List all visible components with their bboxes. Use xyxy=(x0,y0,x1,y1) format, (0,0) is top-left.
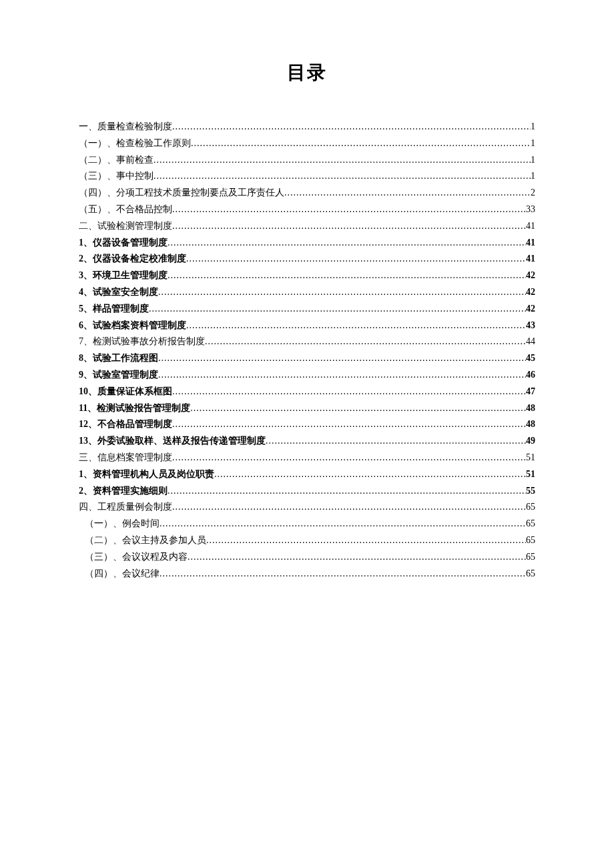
toc-entry-dots xyxy=(186,318,526,334)
toc-entry: 一、质量检查检验制度1 xyxy=(79,119,535,135)
toc-entry: 4、试验室安全制度42 xyxy=(79,284,535,301)
toc-entry: 9、试验室管理制度46 xyxy=(79,367,535,384)
toc-entry-label: 1、资料管理机构人员及岗位职责 xyxy=(79,466,214,483)
toc-entry-label: （四）、分项工程技术质量控制要点及工序责任人 xyxy=(79,185,284,201)
toc-entry-label: 5、样品管理制度 xyxy=(79,301,149,318)
toc-entry-page: 48 xyxy=(526,400,535,417)
toc-entry-dots xyxy=(160,566,526,582)
toc-entry: （三）、事中控制1 xyxy=(79,168,535,185)
toc-entry: 1、资料管理机构人员及岗位职责51 xyxy=(79,466,535,483)
toc-entry-page: 44 xyxy=(526,334,535,350)
toc-entry-label: （二）、会议主持及参加人员 xyxy=(85,532,206,549)
toc-entry: （五）、不合格品控制33 xyxy=(79,201,535,218)
toc-entry-page: 42 xyxy=(526,268,535,284)
toc-entry-dots xyxy=(172,201,526,218)
toc-entry-dots xyxy=(158,350,526,367)
toc-entry-label: 一、质量检查检验制度 xyxy=(79,119,172,135)
toc-entry-page: 45 xyxy=(526,350,535,367)
toc-entry-label: 12、不合格品管理制度 xyxy=(79,416,172,433)
toc-entry-label: 3、环境卫生管理制度 xyxy=(79,268,168,284)
toc-entry-dots xyxy=(214,466,526,483)
toc-entry-dots xyxy=(168,235,526,252)
toc-entry-page: 41 xyxy=(526,218,535,235)
page-title: 目录 xyxy=(79,60,535,85)
table-of-contents: 一、质量检查检验制度1（一）、检查检验工作原则1（二）、事前检查1（三）、事中控… xyxy=(79,119,535,582)
toc-entry-dots xyxy=(154,152,531,169)
toc-entry: （二）、事前检查1 xyxy=(79,152,535,169)
toc-entry-dots xyxy=(186,251,526,268)
toc-entry-page: 46 xyxy=(526,367,535,384)
toc-entry: 1、仪器设备管理制度41 xyxy=(79,235,535,252)
toc-entry-label: 三、信息档案管理制度 xyxy=(79,450,172,466)
toc-entry: 二、试验检测管理制度41 xyxy=(79,218,535,235)
toc-entry-label: （二）、事前检查 xyxy=(79,152,154,169)
toc-entry-label: 13、外委试验取样、送样及报告传递管理制度 xyxy=(79,433,266,450)
toc-entry-page: 51 xyxy=(526,466,535,483)
toc-entry: （四）、会议纪律65 xyxy=(79,566,535,582)
toc-entry-label: 11、检测试验报告管理制度 xyxy=(79,400,190,417)
toc-entry-page: 65 xyxy=(526,499,535,516)
toc-entry-page: 65 xyxy=(526,566,535,582)
toc-entry-page: 55 xyxy=(526,483,535,500)
toc-entry: 2、资料管理实施细则55 xyxy=(79,483,535,500)
toc-entry: （四）、分项工程技术质量控制要点及工序责任人2 xyxy=(79,185,535,201)
toc-entry: 3、环境卫生管理制度42 xyxy=(79,268,535,284)
toc-entry-label: 四、工程质量例会制度 xyxy=(79,499,172,516)
toc-entry-dots xyxy=(172,384,526,400)
toc-entry-dots xyxy=(190,400,526,417)
toc-entry-label: 6、试验档案资料管理制度 xyxy=(79,318,186,334)
toc-entry: （一）、例会时间65 xyxy=(79,516,535,532)
toc-entry-dots xyxy=(172,119,531,135)
toc-entry-dots xyxy=(158,367,526,384)
toc-entry: 三、信息档案管理制度51 xyxy=(79,450,535,466)
toc-entry-label: （三）、会议议程及内容 xyxy=(85,549,188,566)
toc-entry-label: 2、仪器设备检定校准制度 xyxy=(79,251,186,268)
toc-entry-dots xyxy=(284,185,531,201)
toc-entry-dots xyxy=(168,483,526,500)
toc-entry: 11、检测试验报告管理制度48 xyxy=(79,400,535,417)
toc-entry-label: （五）、不合格品控制 xyxy=(79,201,172,218)
toc-entry-page: 41 xyxy=(526,235,535,252)
toc-entry-label: 4、试验室安全制度 xyxy=(79,284,158,301)
toc-entry: 12、不合格品管理制度48 xyxy=(79,416,535,433)
toc-entry-page: 2 xyxy=(531,185,535,201)
toc-entry: （二）、会议主持及参加人员65 xyxy=(79,532,535,549)
toc-entry-dots xyxy=(205,334,526,350)
toc-entry-label: 8、试验工作流程图 xyxy=(79,350,158,367)
toc-entry-page: 1 xyxy=(531,152,535,169)
toc-entry-dots xyxy=(168,268,526,284)
toc-entry-label: 二、试验检测管理制度 xyxy=(79,218,172,235)
toc-entry-label: （一）、例会时间 xyxy=(85,516,160,532)
toc-entry: 2、仪器设备检定校准制度41 xyxy=(79,251,535,268)
toc-entry-dots xyxy=(172,499,526,516)
toc-entry-dots xyxy=(160,516,526,532)
toc-entry-page: 51 xyxy=(526,450,535,466)
toc-entry-dots xyxy=(188,549,526,566)
toc-entry-dots xyxy=(154,168,531,185)
toc-entry-dots xyxy=(172,450,526,466)
toc-entry-page: 65 xyxy=(526,532,535,549)
toc-entry: 7、检测试验事故分析报告制度 44 xyxy=(79,334,535,350)
toc-entry-page: 48 xyxy=(526,416,535,433)
toc-entry-dots xyxy=(266,433,526,450)
toc-entry-dots xyxy=(172,218,526,235)
toc-entry: 8、试验工作流程图45 xyxy=(79,350,535,367)
toc-entry-page: 65 xyxy=(526,549,535,566)
toc-entry-label: 9、试验室管理制度 xyxy=(79,367,158,384)
toc-entry-page: 65 xyxy=(526,516,535,532)
toc-entry-page: 42 xyxy=(526,301,535,318)
toc-entry-label: 7、检测试验事故分析报告制度 xyxy=(79,334,205,350)
toc-entry: 5、样品管理制度42 xyxy=(79,301,535,318)
toc-entry-page: 1 xyxy=(531,135,535,152)
toc-entry-label: 2、资料管理实施细则 xyxy=(79,483,168,500)
toc-entry-page: 43 xyxy=(526,318,535,334)
toc-entry-page: 49 xyxy=(526,433,535,450)
toc-entry-page: 42 xyxy=(526,284,535,301)
toc-entry: 6、试验档案资料管理制度43 xyxy=(79,318,535,334)
toc-entry: （三）、会议议程及内容65 xyxy=(79,549,535,566)
toc-entry-label: （三）、事中控制 xyxy=(79,168,154,185)
toc-entry-dots xyxy=(172,416,526,433)
toc-entry-page: 33 xyxy=(526,201,535,218)
toc-entry: 四、工程质量例会制度65 xyxy=(79,499,535,516)
toc-entry-page: 1 xyxy=(531,168,535,185)
